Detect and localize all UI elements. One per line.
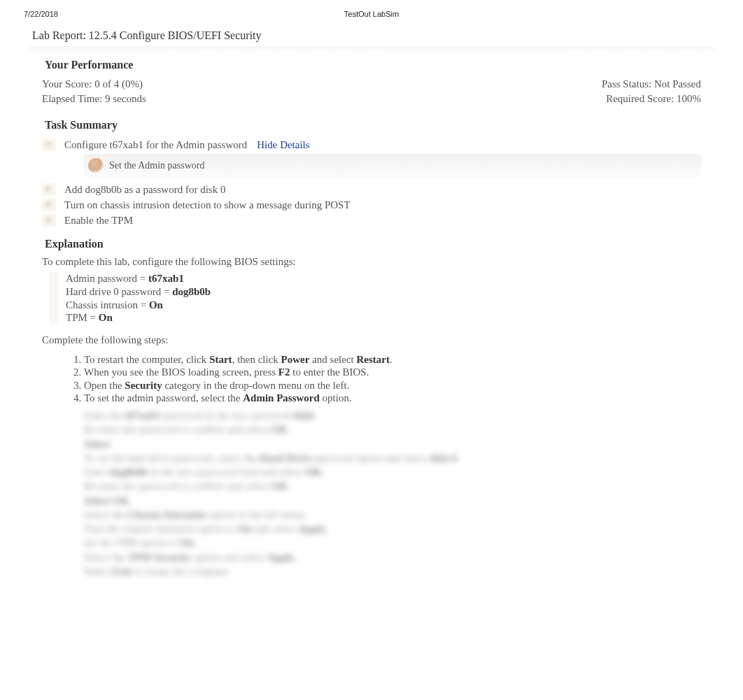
setting-admin-password: Admin password = t67xab1	[66, 272, 701, 285]
performance-row-1: Your Score: 0 of 4 (0%) Pass Status: Not…	[42, 77, 701, 92]
task-summary-heading: Task Summary	[45, 119, 701, 131]
setting-tpm: TPM = On	[66, 311, 701, 324]
step-text: .	[390, 354, 392, 365]
step-1: To restart the computer, click Start, th…	[84, 353, 701, 366]
step-bold: Start	[209, 354, 232, 365]
step-text: When you see the BIOS loading screen, pr…	[84, 366, 278, 378]
status-icon	[42, 138, 56, 151]
step-bold: Security	[125, 380, 162, 391]
task-row-4: Enable the TPM	[42, 213, 701, 228]
header-app-name: TestOut LabSim	[344, 10, 399, 18]
step-bold: Admin Password	[243, 392, 320, 403]
step-text: To set the admin password, select the	[84, 392, 243, 403]
obscured-content: Enter the t67xab1 password in the new pa…	[84, 408, 701, 578]
setting-label: TPM =	[66, 312, 99, 323]
task-text: Add dog8b0b as a password for disk 0	[64, 184, 225, 196]
step-text: To restart the computer, click	[84, 354, 209, 365]
step-text: , then click	[232, 354, 281, 365]
report-title: Lab Report: 12.5.4 Configure BIOS/UEFI S…	[0, 18, 743, 46]
explanation-heading: Explanation	[45, 238, 701, 250]
status-icon	[42, 183, 56, 196]
task-text: Configure t67xab1 for the Admin password	[64, 139, 247, 151]
task-row-2: Add dog8b0b as a password for disk 0	[42, 182, 701, 197]
page: 7/22/2018 TestOut LabSim Lab Report: 12.…	[0, 0, 743, 700]
performance-heading: Your Performance	[45, 59, 701, 71]
step-text: and select	[309, 354, 356, 365]
score-label: Your Score: 0 of 4 (0%)	[42, 78, 143, 90]
steps-intro: Complete the following steps:	[42, 334, 701, 346]
step-bold: F2	[278, 366, 290, 378]
setting-value: dog8b0b	[172, 286, 211, 297]
task-row-3: Turn on chassis intrusion detection to s…	[42, 197, 701, 213]
step-text: category in the drop-down menu on the le…	[162, 380, 350, 391]
setting-value: On	[99, 312, 113, 323]
setting-label: Chassis intrusion =	[66, 299, 149, 310]
pass-status: Pass Status: Not Passed	[602, 78, 701, 90]
step-text: to enter the BIOS.	[290, 366, 369, 378]
task-list: Configure t67xab1 for the Admin password…	[42, 137, 701, 228]
explanation-intro: To complete this lab, configure the foll…	[42, 256, 701, 268]
step-2: When you see the BIOS loading screen, pr…	[84, 366, 701, 378]
setting-chassis: Chassis intrusion = On	[66, 299, 701, 312]
setting-label: Hard drive 0 password =	[66, 286, 172, 297]
setting-value: t67xab1	[148, 273, 184, 284]
task-text: Enable the TPM	[64, 215, 133, 227]
settings-block: Admin password = t67xab1 Hard drive 0 pa…	[63, 272, 701, 324]
status-icon	[42, 214, 56, 227]
step-4: To set the admin password, select the Ad…	[84, 392, 701, 404]
steps-list: To restart the computer, click Start, th…	[84, 353, 701, 404]
subtask-text: Set the Admin password	[109, 160, 205, 171]
step-text: Open the	[84, 380, 125, 391]
required-score: Required Score: 100%	[606, 93, 701, 105]
setting-hd-password: Hard drive 0 password = dog8b0b	[66, 285, 701, 299]
step-3: Open the Security category in the drop-d…	[84, 379, 701, 392]
task-text: Turn on chassis intrusion detection to s…	[64, 199, 351, 211]
step-bold: Restart	[356, 354, 389, 365]
subtask-bar: Set the Admin password	[84, 154, 701, 178]
hide-details-link[interactable]: Hide Details	[257, 139, 309, 151]
performance-row-2: Elapsed Time: 9 seconds Required Score: …	[42, 92, 701, 106]
task-row-1: Configure t67xab1 for the Admin password…	[42, 137, 701, 152]
status-icon	[42, 199, 56, 211]
step-bold: Power	[281, 354, 310, 365]
setting-value: On	[149, 299, 163, 310]
setting-label: Admin password =	[66, 273, 148, 284]
header-date: 7/22/2018	[24, 10, 58, 18]
elapsed-time: Elapsed Time: 9 seconds	[42, 93, 146, 105]
step-text: option.	[320, 392, 352, 403]
status-icon	[88, 158, 104, 173]
report-panel: Your Performance Your Score: 0 of 4 (0%)…	[28, 46, 715, 592]
